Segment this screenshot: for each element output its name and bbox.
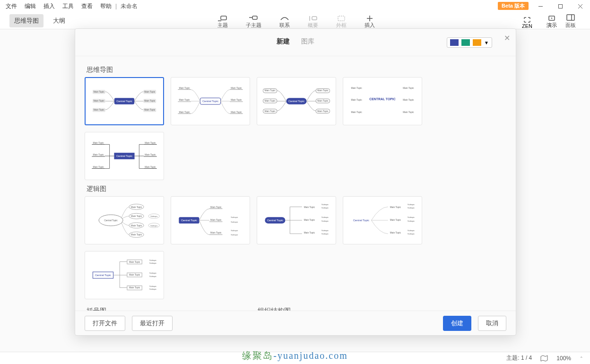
open-file-button[interactable]: 打开文件 — [85, 316, 125, 331]
tab-outline[interactable]: 大纲 — [48, 14, 70, 27]
menu-file[interactable]: 文件 — [2, 1, 21, 12]
svg-text:Main Topic: Main Topic — [403, 99, 414, 101]
svg-text:Subtopic: Subtopic — [408, 216, 415, 218]
menu-edit[interactable]: 编辑 — [21, 1, 40, 12]
svg-text:Main Topic: Main Topic — [131, 234, 142, 236]
section-mindmap-title: 思维导图 — [85, 61, 506, 77]
svg-text:Main Topic: Main Topic — [231, 111, 242, 113]
svg-text:Main Topic: Main Topic — [264, 110, 276, 113]
section-org-title: 组织结构图 — [256, 302, 506, 311]
svg-text:Main Topic: Main Topic — [93, 166, 104, 168]
close-button[interactable] — [570, 0, 590, 12]
status-zoom[interactable]: 100% — [556, 355, 571, 362]
template-logic-3[interactable]: Central Topic Main TopicMain TopicMain T… — [257, 196, 336, 244]
menu-help[interactable]: 帮助 — [96, 1, 115, 12]
template-logic-2[interactable]: Central Topic Main Topic Main Topic Main… — [171, 196, 250, 244]
tool-zen[interactable]: ZEN — [522, 17, 532, 29]
svg-text:Subtopic: Subtopic — [150, 225, 157, 227]
svg-text:Subtopic: Subtopic — [321, 229, 329, 232]
svg-text:Central Topic: Central Topic — [116, 100, 132, 103]
svg-text:Main Topic: Main Topic — [351, 99, 362, 101]
svg-text:Main Topic: Main Topic — [144, 100, 155, 102]
template-mindmap-1[interactable]: Central Topic Main Topic Main Topic Main… — [85, 77, 164, 125]
svg-text:Main Topic: Main Topic — [403, 87, 414, 89]
svg-text:Central Topic: Central Topic — [202, 100, 218, 103]
svg-text:Subtopic: Subtopic — [408, 229, 415, 232]
svg-text:Main Topic: Main Topic — [129, 274, 140, 276]
section-logic-title: 逻辑图 — [85, 180, 506, 196]
svg-text:Main Topic: Main Topic — [129, 261, 140, 263]
dialog-close-button[interactable]: ✕ — [504, 34, 510, 43]
svg-text:Central Topic: Central Topic — [353, 219, 369, 222]
svg-text:Main Topic: Main Topic — [390, 219, 401, 221]
tab-mindmap[interactable]: 思维导图 — [9, 14, 43, 27]
svg-text:Main Topic: Main Topic — [317, 100, 329, 102]
minimize-button[interactable] — [530, 0, 550, 12]
svg-text:Subtopic: Subtopic — [321, 207, 329, 209]
svg-text:Main Topic: Main Topic — [131, 215, 142, 217]
svg-text:Main Topic: Main Topic — [231, 87, 242, 89]
svg-text:Subtopic: Subtopic — [149, 285, 156, 287]
svg-text:Main Topic: Main Topic — [93, 154, 104, 156]
svg-text:Central Topic: Central Topic — [104, 219, 118, 222]
svg-rect-4 — [221, 16, 226, 20]
svg-text:Main Topic: Main Topic — [131, 206, 142, 208]
svg-text:Subtopic: Subtopic — [408, 207, 415, 209]
tool-subtopic[interactable]: 子主题 — [246, 15, 261, 29]
svg-text:Main Topic: Main Topic — [179, 111, 190, 113]
svg-text:Subtopic: Subtopic — [150, 215, 157, 217]
svg-text:Main Topic: Main Topic — [94, 100, 104, 102]
svg-text:Subtopic: Subtopic — [231, 229, 238, 232]
svg-text:Central Topic: Central Topic — [288, 100, 304, 103]
svg-text:Main Topic: Main Topic — [145, 154, 156, 156]
maximize-button[interactable] — [550, 0, 570, 12]
status-topics: 主题: 1 / 4 — [506, 354, 532, 362]
template-mindmap-2[interactable]: Central Topic Main Topic Main Topic Main… — [171, 77, 250, 125]
section-brace-title: 括号图 — [85, 302, 249, 311]
template-logic-4[interactable]: Central Topic Main TopicMain TopicMain T… — [343, 196, 422, 244]
menu-view[interactable]: 查看 — [78, 1, 96, 12]
color-theme-selector[interactable]: ▼ — [447, 37, 492, 48]
template-mindmap-3[interactable]: Central Topic Main Topic Main Topic Main… — [257, 77, 336, 125]
template-mindmap-5[interactable]: Central Topic Main TopicMain TopicMain T… — [85, 132, 164, 180]
svg-rect-9 — [338, 16, 345, 21]
menu-insert[interactable]: 插入 — [40, 1, 59, 12]
create-button[interactable]: 创建 — [443, 316, 471, 331]
svg-text:Subtopic: Subtopic — [149, 259, 156, 261]
tool-topic[interactable]: 主题 — [217, 15, 228, 29]
svg-text:Central Topic: Central Topic — [267, 219, 283, 222]
tool-summary[interactable]: 概要 — [308, 15, 318, 29]
template-logic-1[interactable]: Central Topic Main Topic Main Topic Main… — [85, 196, 164, 244]
tool-present[interactable]: 演示 — [547, 15, 557, 29]
svg-text:Main Topic: Main Topic — [304, 219, 315, 221]
svg-text:Subtopic: Subtopic — [408, 203, 415, 206]
svg-text:Subtopic: Subtopic — [149, 275, 156, 277]
svg-rect-14 — [567, 15, 574, 20]
svg-text:Main Topic: Main Topic — [179, 87, 190, 89]
svg-text:Central Topic: Central Topic — [181, 219, 197, 222]
template-mindmap-4[interactable]: CENTRAL TOPIC Main TopicMain TopicMain T… — [343, 77, 422, 125]
template-logic-5[interactable]: Central Topic Main Topic Main Topic Main… — [85, 251, 164, 299]
tool-relation[interactable]: 联系 — [279, 15, 290, 29]
recent-files-button[interactable]: 最近打开 — [132, 316, 173, 331]
svg-text:Main Topic: Main Topic — [210, 219, 222, 221]
tool-insert[interactable]: 插入 — [364, 15, 375, 29]
svg-text:Main Topic: Main Topic — [145, 142, 156, 144]
cancel-button[interactable]: 取消 — [478, 316, 506, 331]
tool-panel[interactable]: 面板 — [565, 14, 576, 29]
window-controls — [530, 0, 590, 12]
dialog-tab-library[interactable]: 图库 — [301, 37, 314, 48]
svg-text:Central Topic: Central Topic — [95, 274, 111, 277]
map-icon[interactable] — [540, 355, 548, 362]
svg-text:Main Topic: Main Topic — [264, 100, 276, 102]
zoom-chevron-icon[interactable]: ⌃ — [580, 356, 583, 361]
svg-text:Main Topic: Main Topic — [129, 286, 140, 289]
svg-text:Main Topic: Main Topic — [131, 225, 142, 227]
dialog-body[interactable]: 思维导图 Central Topic Main Topic Main Topic… — [75, 56, 516, 311]
menu-tools[interactable]: 工具 — [59, 1, 78, 12]
status-bar: 主题: 1 / 4 100% ⌃ — [0, 352, 590, 364]
svg-text:Subtopic: Subtopic — [231, 221, 238, 223]
tool-boundary[interactable]: 外框 — [336, 15, 347, 29]
dialog-tab-new[interactable]: 新建 — [277, 37, 290, 48]
svg-text:Main Topic: Main Topic — [390, 232, 401, 234]
